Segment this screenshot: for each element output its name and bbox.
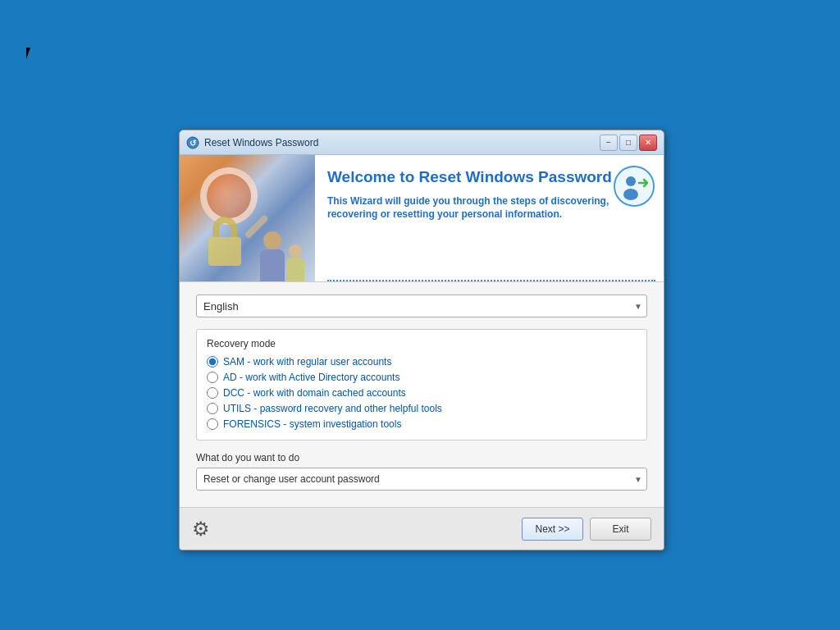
header-illustration [180,155,315,282]
recovery-mode-label: Recovery mode [207,338,637,349]
radio-dcc-label[interactable]: DCC - work with domain cached accounts [223,387,406,399]
radio-sam-label[interactable]: SAM - work with regular user accounts [223,356,391,368]
radio-utils-label[interactable]: UTILS - password recovery and other help… [223,403,442,414]
header-subtitle: This Wizard will guide you through the s… [327,194,651,222]
header-content: Welcome to Reset Windows Password This W… [315,155,664,281]
lock-icon [204,217,245,266]
content-area: English French German Spanish ▼ Recovery… [180,282,664,507]
window-title: Reset Windows Password [204,137,600,148]
people-illustration [249,208,315,282]
person-small [286,244,304,282]
radio-sam[interactable]: SAM - work with regular user accounts [207,356,637,368]
window-controls: − □ ✕ [600,135,657,151]
radio-forensics-label[interactable]: FORENSICS - system investigation tools [223,418,401,430]
action-select[interactable]: Reset or change user account password Un… [196,468,647,491]
wizard-icon [613,165,655,208]
radio-ad-label[interactable]: AD - work with Active Directory accounts [223,372,399,383]
minimize-button[interactable]: − [600,135,618,151]
header-area: Welcome to Reset Windows Password This W… [180,155,664,282]
radio-forensics-input[interactable] [207,418,218,430]
recovery-mode-box: Recovery mode SAM - work with regular us… [196,329,647,441]
header-title: Welcome to Reset Windows Password [327,167,651,188]
person-large [260,231,285,282]
action-label: What do you want to do [196,452,647,463]
language-select[interactable]: English French German Spanish [196,294,647,317]
radio-sam-input[interactable] [207,356,218,368]
radio-dcc[interactable]: DCC - work with domain cached accounts [207,387,637,399]
language-selector[interactable]: English French German Spanish ▼ [196,294,647,317]
window-body: Welcome to Reset Windows Password This W… [180,155,664,550]
action-selector[interactable]: Reset or change user account password Un… [196,468,647,491]
radio-utils[interactable]: UTILS - password recovery and other help… [207,403,637,414]
svg-point-5 [623,189,638,200]
footer: ⚙ Next >> Exit [180,507,664,550]
exit-button[interactable]: Exit [590,518,651,541]
gear-icon: ⚙ [192,518,210,541]
header-divider [327,280,655,281]
svg-point-4 [626,176,636,186]
svg-text:↺: ↺ [189,139,197,148]
mouse-cursor [26,48,36,62]
radio-utils-input[interactable] [207,403,218,414]
radio-dcc-input[interactable] [207,387,218,399]
window-icon: ↺ [186,136,199,149]
close-button[interactable]: ✕ [639,135,657,151]
next-button[interactable]: Next >> [522,518,583,541]
radio-ad[interactable]: AD - work with Active Directory accounts [207,372,637,383]
action-section: What do you want to do Reset or change u… [196,452,647,491]
radio-forensics[interactable]: FORENSICS - system investigation tools [207,418,637,430]
maximize-button[interactable]: □ [619,135,637,151]
radio-ad-input[interactable] [207,372,218,383]
titlebar: ↺ Reset Windows Password − □ ✕ [180,130,664,155]
reset-password-window: ↺ Reset Windows Password − □ ✕ [179,130,664,550]
